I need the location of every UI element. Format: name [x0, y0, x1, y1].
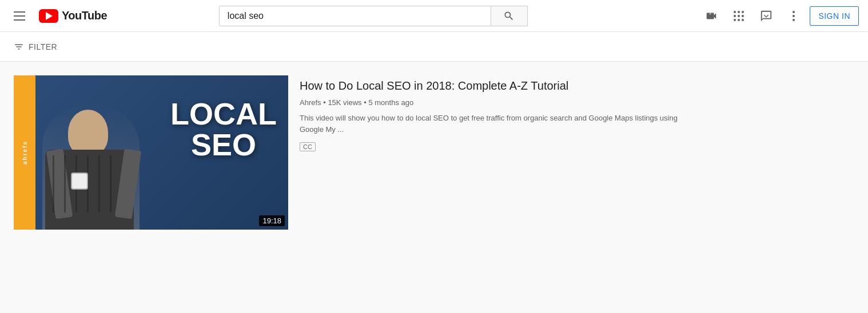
menu-button[interactable] [9, 7, 30, 25]
video-info: How to Do Local SEO in 2018: Complete A-… [300, 75, 700, 230]
more-button[interactable] [782, 5, 805, 27]
video-views: 15K views [328, 98, 361, 107]
search-bar [219, 6, 528, 26]
video-channel[interactable]: Ahrefs [300, 98, 321, 107]
header: YouTube + [0, 0, 868, 32]
vertical-dots-icon [793, 11, 795, 21]
grid-icon [734, 11, 744, 21]
svg-text:+: + [710, 12, 712, 17]
filter-bar: FILTER [0, 32, 868, 62]
video-duration: 19:18 [259, 215, 285, 226]
thumb-person-area [37, 93, 151, 230]
thumb-seo: SEO [170, 129, 277, 160]
thumb-text: LOCAL SEO [170, 98, 277, 160]
video-thumbnail[interactable]: ahrefs [14, 75, 288, 230]
filter-label: FILTER [29, 42, 57, 51]
sign-in-button[interactable]: SIGN IN [810, 6, 859, 26]
cc-badge: CC [300, 142, 316, 151]
camera-icon: + [705, 10, 718, 22]
youtube-wordmark: YouTube [62, 9, 107, 22]
logo[interactable]: YouTube [39, 9, 107, 23]
thumb-channel-label: ahrefs [22, 141, 28, 164]
header-actions: + SIGN IN [700, 5, 859, 27]
video-age: 5 months ago [368, 98, 413, 107]
thumb-local: LOCAL [170, 98, 277, 129]
video-description: This video will show you how to do local… [300, 113, 700, 135]
video-result: ahrefs [14, 75, 700, 230]
thumbnail-image: ahrefs [14, 75, 288, 230]
header-left: YouTube [9, 7, 107, 25]
search-results: ahrefs [0, 62, 868, 313]
filter-button[interactable]: FILTER [14, 42, 57, 52]
upload-button[interactable]: + [700, 5, 723, 27]
message-icon [760, 10, 773, 22]
search-input[interactable] [220, 6, 491, 26]
video-title[interactable]: How to Do Local SEO in 2018: Complete A-… [300, 78, 700, 94]
youtube-icon [39, 9, 58, 23]
search-icon [503, 10, 515, 22]
search-button[interactable] [491, 6, 527, 26]
filter-icon [14, 42, 24, 52]
apps-button[interactable] [727, 5, 750, 27]
search-container [168, 6, 579, 26]
messages-button[interactable] [755, 5, 778, 27]
thumb-orange-bar: ahrefs [14, 75, 35, 230]
video-meta: Ahrefs • 15K views • 5 months ago [300, 98, 700, 107]
